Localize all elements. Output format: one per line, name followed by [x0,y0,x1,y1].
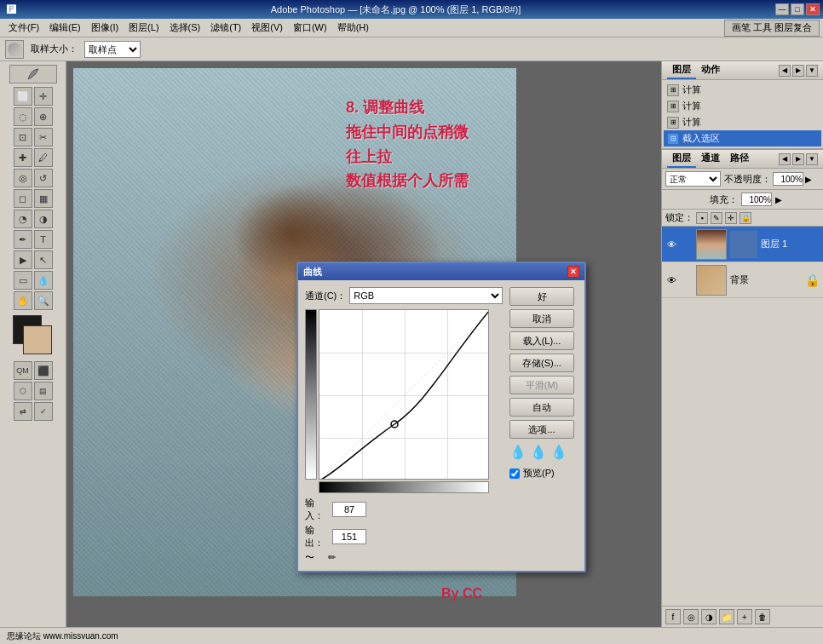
history-item-4[interactable]: ⊡ 截入选区 [664,130,821,147]
layer-icon[interactable]: ▤ [34,382,53,400]
sample-size-select[interactable]: 取样点 3×3 平均 5×5 平均 [84,41,141,58]
history-item-2[interactable]: ⊞ 计算 [664,98,821,114]
opacity-input[interactable] [773,172,803,186]
menu-image[interactable]: 图像(I) [86,20,124,36]
add-style-button[interactable]: f [665,609,681,624]
blur-tool[interactable]: ◔ [14,210,32,228]
lock-paint[interactable]: ✎ [711,212,722,224]
curves-load-button[interactable]: 载入(L)... [509,331,574,350]
direct-select-tool[interactable]: ↖ [34,250,53,269]
type-tool[interactable]: T [34,230,53,249]
opacity-arrow[interactable]: ▶ [805,175,812,184]
actions-tab[interactable]: 动作 [696,61,725,79]
close-button[interactable]: ✕ [806,3,820,15]
screen-mode-icon[interactable]: ⬛ [34,361,53,380]
layer-eye-bg[interactable]: 👁 [665,274,677,286]
lock-transparency[interactable]: ▪ [696,212,708,224]
new-adj-layer-button[interactable]: ◑ [701,609,717,624]
paths-tab[interactable]: 路径 [725,150,754,168]
lock-all[interactable]: 🔒 [740,212,751,224]
menu-layer[interactable]: 图层(L) [124,20,164,36]
curves-preview-checkbox[interactable] [509,469,520,479]
blend-mode-select[interactable]: 正常 正片叠底 滤色 [665,171,721,187]
history-brush-tool[interactable]: ↺ [34,169,53,187]
history-scroll-left[interactable]: ◀ [779,65,791,77]
curves-cancel-button[interactable]: 取消 [509,309,574,328]
curves-options-button[interactable]: 选项... [509,420,574,439]
quick-mask-icon[interactable]: QM [14,361,32,380]
slice-tool[interactable]: ✂ [34,128,53,147]
layers-scroll-right[interactable]: ▶ [792,153,804,165]
marquee-tool[interactable]: ⬜ [14,87,32,106]
history-scroll-right[interactable]: ▶ [792,65,804,77]
add-mask-button[interactable]: ◎ [683,609,699,624]
black-point-eyedropper[interactable]: 💧 [509,444,527,460]
curves-smooth-button[interactable]: 平滑(M) [509,376,574,394]
dodge-tool[interactable]: ◑ [34,210,53,228]
curves-output-value[interactable] [332,529,366,544]
shape-tool[interactable]: ▭ [14,271,32,290]
hand-tool[interactable]: ✋ [14,291,32,310]
fill-arrow[interactable]: ▶ [775,195,782,204]
curves-ok-button[interactable]: 好 [509,287,574,306]
brush-tool[interactable]: 🖊 [34,148,53,167]
layers-scroll-left[interactable]: ◀ [779,153,791,165]
history-item-1[interactable]: ⊞ 计算 [664,82,821,98]
eraser-tool[interactable]: ◻ [14,189,32,208]
menu-help[interactable]: 帮助(H) [332,20,374,36]
menu-window[interactable]: 窗口(W) [288,20,332,36]
layer-item-1[interactable]: 👁 图层 1 [662,227,823,262]
crop-tool[interactable]: ⊡ [14,128,32,147]
layers-tab[interactable]: 图层 [667,150,696,168]
path-select-tool[interactable]: ▶ [14,250,32,269]
new-group-button[interactable]: 📁 [719,609,734,624]
shape-options-icon[interactable]: ⬡ [14,382,32,400]
menu-filter[interactable]: 滤镜(T) [205,20,246,36]
channels-tab[interactable]: 通道 [696,150,725,168]
gray-point-eyedropper[interactable]: 💧 [530,444,547,460]
main-area: ⬜ ✛ ◌ ⊕ ⊡ ✂ ✚ 🖊 ◎ ↺ ◻ ▦ ◔ ◑ ✒ T [0,61,823,627]
curve-type-icon[interactable]: 〜 [305,551,314,564]
curves-close-button[interactable]: ✕ [567,266,579,278]
history-menu[interactable]: ▼ [806,65,818,77]
curves-graph[interactable] [319,309,489,480]
pen-tool[interactable]: ✒ [14,230,32,249]
layers-menu[interactable]: ▼ [806,153,818,165]
menu-select[interactable]: 选择(S) [164,20,206,36]
lock-move[interactable]: ✛ [725,212,737,224]
curves-channel-select[interactable]: RGB 红 绿 蓝 [349,287,503,304]
delete-layer-button[interactable]: 🗑 [755,609,770,624]
new-layer-button[interactable]: + [737,609,752,624]
menu-file[interactable]: 文件(F) [3,20,44,36]
minimize-button[interactable]: — [775,3,789,15]
menu-view[interactable]: 视图(V) [246,20,288,36]
layer-eye-1[interactable]: 👁 [665,239,677,250]
foreground-color-swatch[interactable] [23,325,52,354]
lasso-tool[interactable]: ◌ [14,107,32,126]
eyedropper-tool[interactable]: 💧 [34,271,53,290]
curve-pencil-icon[interactable]: ✏ [328,552,336,563]
move-tool[interactable]: ✛ [34,87,53,106]
curves-input-label: 输入： [305,497,329,522]
color-swatch[interactable] [13,315,54,356]
heal-tool[interactable]: ✚ [14,148,32,167]
curves-save-button[interactable]: 存储(S)... [509,354,574,372]
restore-button[interactable]: □ [791,3,804,15]
tool-preview-icon[interactable] [5,40,24,59]
extra-tool-1[interactable]: ⇄ [14,402,32,421]
menu-edit[interactable]: 编辑(E) [44,20,86,36]
curves-graph-area [305,309,503,480]
zoom-tool[interactable]: 🔍 [34,291,53,310]
white-point-eyedropper[interactable]: 💧 [550,444,567,460]
history-tab[interactable]: 图层 [667,61,696,79]
fill-input[interactable] [741,193,772,206]
workspace-selector[interactable]: 画笔 工具 图层复合 [724,20,820,37]
layer-item-bg[interactable]: 👁 背景 🔒 [662,262,823,298]
curves-input-value[interactable] [332,502,366,517]
curves-auto-button[interactable]: 自动 [509,398,574,417]
history-item-3[interactable]: ⊞ 计算 [664,114,821,130]
extra-tool-2[interactable]: ✓ [34,402,53,421]
stamp-tool[interactable]: ◎ [14,169,32,187]
gradient-tool[interactable]: ▦ [34,189,53,208]
quick-select-tool[interactable]: ⊕ [34,107,53,126]
